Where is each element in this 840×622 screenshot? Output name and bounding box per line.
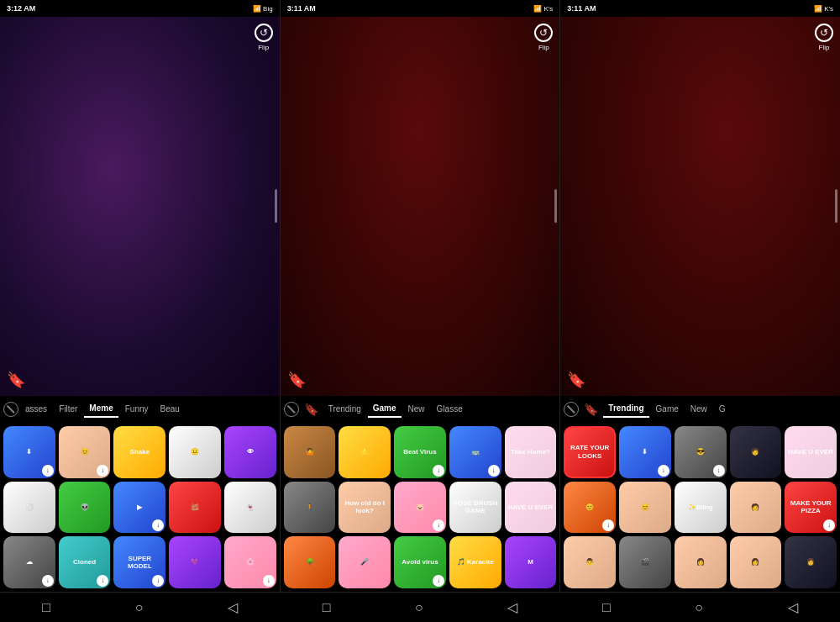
app-icon-1-0[interactable]: ⬇↓ <box>3 426 55 478</box>
app-icon-2-10[interactable]: 🌳 <box>284 536 336 588</box>
app-icon-1-10[interactable]: ☁↓ <box>3 536 55 588</box>
app-icon-1-13[interactable]: 💜 <box>169 536 221 588</box>
app-icon-2-7[interactable]: 🐷↓ <box>394 482 446 534</box>
app-icon-1-12[interactable]: SUPER MODEL↓ <box>113 536 165 588</box>
app-icon-3-3[interactable]: 🧑 <box>730 426 782 478</box>
app-icon-2-11[interactable]: 🎤 <box>339 536 391 588</box>
tab-trending-3[interactable]: Trending <box>603 400 648 418</box>
status-bar-3: 3:11 AM 📶 K's <box>560 0 840 17</box>
tab-trending-2[interactable]: Trending <box>323 401 366 417</box>
app-icon-1-1[interactable]: 😊↓ <box>59 426 111 478</box>
tab-bookmark-3[interactable]: 🔖 <box>580 401 601 418</box>
tab-funny-1[interactable]: Funny <box>120 401 154 417</box>
nav-circle-1[interactable]: ○ <box>125 597 154 619</box>
app-icon-3-4[interactable]: HAVE U EVER <box>785 426 837 478</box>
app-icon-2-1[interactable]: ⭐ <box>339 426 391 478</box>
bookmark-button-2[interactable]: 🔖 <box>287 371 306 389</box>
nav-circle-2[interactable]: ○ <box>405 597 433 619</box>
tab-new-3[interactable]: New <box>685 401 712 417</box>
flip-icon-1: ↺ <box>255 24 273 42</box>
flip-button-2[interactable]: ↺Flip <box>534 24 553 51</box>
app-icon-1-2[interactable]: Shake <box>113 426 165 478</box>
no-filter-icon-2[interactable] <box>284 402 299 417</box>
bookmark-button-1[interactable]: 🔖 <box>7 371 25 389</box>
tab-glasse-2[interactable]: Glasse <box>432 401 468 417</box>
app-icon-2-0[interactable]: 🤷 <box>284 426 336 478</box>
screen-1: 3:12 AM 📶 Big↺Flip🔖assesFilterMemeFunnyB… <box>0 0 281 592</box>
app-icon-1-14[interactable]: 🌸↓ <box>224 536 276 588</box>
screen-3: 3:11 AM 📶 K's↺Flip🔖🔖TrendingGameNewGRATE… <box>560 0 840 592</box>
tab-asses-1[interactable]: asses <box>20 401 52 417</box>
no-filter-icon-3[interactable] <box>564 402 579 417</box>
nav-circle-3[interactable]: ○ <box>685 597 713 619</box>
app-icon-3-9[interactable]: MAKE YOUR PIZZA↓ <box>785 482 837 534</box>
flip-icon-3: ↺ <box>815 24 833 42</box>
app-icon-3-12[interactable]: 👩 <box>675 536 727 588</box>
app-icon-3-7[interactable]: ✨Bling <box>675 482 727 534</box>
app-icon-1-9[interactable]: 👻 <box>224 482 276 534</box>
app-icon-1-8[interactable]: 🧱 <box>169 482 221 534</box>
tab-meme-1[interactable]: Meme <box>84 400 118 418</box>
app-icon-3-11[interactable]: 🎬 <box>619 536 671 588</box>
app-icon-2-8[interactable]: NOSE BRUSH GAME <box>449 482 501 534</box>
app-icon-2-3[interactable]: 🚌↓ <box>449 426 501 478</box>
app-icon-3-8[interactable]: 🧑 <box>730 482 782 534</box>
app-icon-2-5[interactable]: 🚶 <box>284 482 336 534</box>
status-icons-1: 📶 Big <box>253 5 273 13</box>
tab-filter-1[interactable]: Filter <box>54 401 82 417</box>
nav-back-3[interactable]: ◁ <box>778 596 808 619</box>
tab-new-2[interactable]: New <box>403 401 430 417</box>
icons-grid-1: ⬇↓😊↓Shake😐👁⚪👽▶↓🧱👻☁↓Cloned↓SUPER MODEL↓💜🌸… <box>0 423 280 592</box>
tab-game-3[interactable]: Game <box>651 401 684 417</box>
icons-grid-2: 🤷⭐Beat Virus↓🚌↓Take Home?🚶How old do I l… <box>281 423 560 592</box>
nav-square-2[interactable]: □ <box>312 597 341 619</box>
flip-button-3[interactable]: ↺Flip <box>815 24 833 51</box>
tab-bookmark-2[interactable]: 🔖 <box>301 401 322 418</box>
nav-square-1[interactable]: □ <box>32 597 60 619</box>
nav-back-2[interactable]: ◁ <box>497 596 528 619</box>
status-bar-2: 3:11 AM 📶 K's <box>281 0 560 17</box>
screen-2: 3:11 AM 📶 K's↺Flip🔖🔖TrendingGameNewGlass… <box>281 0 561 592</box>
app-icon-3-2[interactable]: 😎↓ <box>675 426 727 478</box>
app-icon-2-2[interactable]: Beat Virus↓ <box>394 426 446 478</box>
app-icon-2-6[interactable]: How old do I look? <box>339 482 391 534</box>
status-bar-1: 3:12 AM 📶 Big <box>0 0 280 17</box>
download-badge-2-2: ↓ <box>433 465 444 477</box>
bookmark-button-3[interactable]: 🔖 <box>567 371 585 389</box>
flip-button-1[interactable]: ↺Flip <box>255 24 273 51</box>
app-icon-1-4[interactable]: 👁 <box>224 426 276 478</box>
camera-area-3: ↺Flip🔖 <box>560 17 840 396</box>
download-badge-1-1: ↓ <box>97 465 108 477</box>
tab-game-2[interactable]: Game <box>368 400 402 418</box>
app-icon-3-0[interactable]: RATE YOUR LOOKS <box>564 426 616 478</box>
app-icon-2-9[interactable]: HAVE U EVER <box>505 482 557 534</box>
app-icon-3-5[interactable]: 😊↓ <box>564 482 616 534</box>
download-badge-3-2: ↓ <box>713 465 725 477</box>
app-icon-3-6[interactable]: 😊 <box>619 482 671 534</box>
tab-beau-1[interactable]: Beau <box>155 401 185 417</box>
app-icon-2-13[interactable]: 🎵 Karaoke <box>449 536 501 588</box>
scroll-indicator-1 <box>275 189 277 223</box>
app-icon-2-4[interactable]: Take Home? <box>505 426 557 478</box>
status-time-3: 3:11 AM <box>567 4 596 13</box>
app-icon-1-5[interactable]: ⚪ <box>3 482 55 534</box>
app-icon-1-3[interactable]: 😐 <box>169 426 221 478</box>
app-icon-1-7[interactable]: ▶↓ <box>113 482 165 534</box>
nav-square-3[interactable]: □ <box>592 597 621 619</box>
status-time-1: 3:12 AM <box>7 4 35 13</box>
tab-g-3[interactable]: G <box>714 401 731 417</box>
app-icon-2-12[interactable]: Avoid virus↓ <box>394 536 446 588</box>
app-icon-1-6[interactable]: 👽 <box>59 482 111 534</box>
app-icon-1-11[interactable]: Cloned↓ <box>59 536 111 588</box>
filter-tabs-2: 🔖TrendingGameNewGlasse <box>281 396 560 423</box>
app-icon-3-10[interactable]: 👨 <box>564 536 616 588</box>
app-icon-2-14[interactable]: M <box>505 536 557 588</box>
app-icon-3-1[interactable]: ⬇↓ <box>619 426 671 478</box>
nav-back-1[interactable]: ◁ <box>218 596 248 619</box>
download-badge-3-1: ↓ <box>658 465 669 477</box>
no-filter-icon-1[interactable] <box>3 402 18 417</box>
scroll-indicator-3 <box>835 189 837 223</box>
app-icon-3-14[interactable]: 👩 <box>785 536 837 588</box>
app-icon-3-13[interactable]: 👩 <box>730 536 782 588</box>
screens-container: 3:12 AM 📶 Big↺Flip🔖assesFilterMemeFunnyB… <box>0 0 840 592</box>
